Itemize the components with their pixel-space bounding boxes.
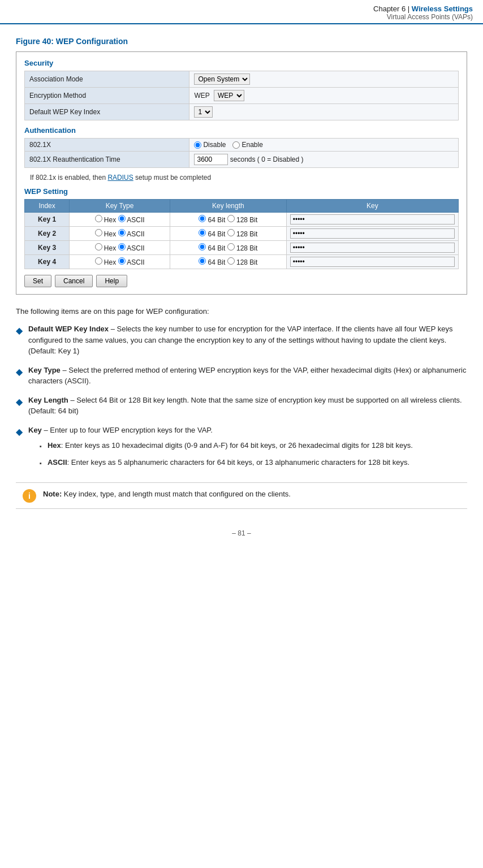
key4-ascii-radio[interactable] xyxy=(118,257,126,265)
key1-index: Key 1 xyxy=(25,213,70,227)
wep-config-box: Security Association Mode Open System En… xyxy=(16,51,467,295)
set-button[interactable]: Set xyxy=(24,275,51,287)
help-button[interactable]: Help xyxy=(96,275,127,287)
key1-hex-label[interactable]: Hex xyxy=(95,216,117,224)
security-section-label: Security xyxy=(24,59,459,67)
key4-ascii-label[interactable]: ASCII xyxy=(118,258,145,266)
key1-128bit-label[interactable]: 128 Bit xyxy=(227,216,258,224)
encryption-method-row: Encryption Method WEP WEP xyxy=(25,88,459,104)
key2-ascii-label[interactable]: ASCII xyxy=(118,230,145,238)
key4-length: 64 Bit 128 Bit xyxy=(170,255,286,269)
list-item-key: ◆ Key – Enter up to four WEP encryption … xyxy=(16,425,467,474)
key1-ascii-radio[interactable] xyxy=(118,215,126,222)
key2-128bit-radio[interactable] xyxy=(227,229,235,236)
key4-hex-label[interactable]: Hex xyxy=(95,258,117,266)
key2-hex-radio[interactable] xyxy=(95,229,102,236)
key3-hex-radio[interactable] xyxy=(95,243,102,251)
key1-input[interactable] xyxy=(290,214,455,224)
key1-128bit-radio[interactable] xyxy=(227,215,235,222)
sub-term-ascii: ASCII xyxy=(48,458,67,467)
auth-section: Authentication 802.1X Disable Enable xyxy=(24,126,459,182)
association-mode-select[interactable]: Open System xyxy=(194,74,250,85)
key2-input[interactable] xyxy=(290,228,455,239)
key3-type: Hex ASCII xyxy=(70,241,170,255)
key1-length: 64 Bit 128 Bit xyxy=(170,213,286,227)
bullet-diamond-icon: ◆ xyxy=(16,324,23,338)
sub-bullet-list: ▪ Hex: Enter keys as 10 hexadecimal digi… xyxy=(40,440,467,468)
key3-ascii-radio[interactable] xyxy=(118,243,126,251)
dash-key: – xyxy=(44,426,50,434)
reauth-time-input[interactable] xyxy=(194,154,228,165)
auth-section-label: Authentication xyxy=(24,126,459,135)
enable-radio[interactable] xyxy=(232,141,240,149)
reauth-time-suffix: seconds ( 0 = Disabled ) xyxy=(230,156,304,163)
key3-64bit-label[interactable]: 64 Bit xyxy=(199,244,225,252)
key2-hex-label[interactable]: Hex xyxy=(95,230,117,238)
term-key-length: Key Length xyxy=(28,396,68,404)
key4-input[interactable] xyxy=(290,257,455,267)
page-number: – 81 – xyxy=(0,520,483,542)
enable-radio-label[interactable]: Enable xyxy=(232,141,262,149)
list-item-key-length: ◆ Key Length – Select 64 Bit or 128 Bit … xyxy=(16,395,467,417)
sub-desc-hex: Enter keys as 10 hexadecimal digits (0-9… xyxy=(65,441,413,450)
key1-value xyxy=(286,213,458,227)
cancel-button[interactable]: Cancel xyxy=(55,275,93,287)
note-label: Note: xyxy=(43,490,62,498)
key3-hex-label[interactable]: Hex xyxy=(95,244,117,252)
key4-64bit-label[interactable]: 64 Bit xyxy=(199,258,225,266)
col-key: Key xyxy=(286,200,458,213)
key4-128bit-label[interactable]: 128 Bit xyxy=(227,258,258,266)
note-icon: i xyxy=(23,489,36,503)
header-separator: | xyxy=(406,5,412,13)
wep-key-index-select[interactable]: 1 2 3 4 xyxy=(194,106,213,118)
wep-key-index-row: Default WEP Key Index 1 2 3 4 xyxy=(25,104,459,120)
key3-128bit-label[interactable]: 128 Bit xyxy=(227,244,258,252)
encryption-method-select[interactable]: WEP xyxy=(214,90,244,101)
key1-ascii-label[interactable]: ASCII xyxy=(118,216,145,224)
sub-bullet-content-hex: Hex: Enter keys as 10 hexadecimal digits… xyxy=(48,440,467,451)
col-key-length: Key length xyxy=(170,200,286,213)
note-content: Key index, type, and length must match t… xyxy=(64,490,291,498)
dash-default-wep: – xyxy=(111,325,117,333)
sub-colon-ascii: : xyxy=(67,458,71,467)
key3-64bit-radio[interactable] xyxy=(199,243,206,251)
list-item-key-type: ◆ Key Type – Select the preferred method… xyxy=(16,365,467,387)
key2-64bit-radio[interactable] xyxy=(199,229,206,236)
bullet-diamond-icon: ◆ xyxy=(16,365,23,379)
page-sub-title: Virtual Access Points (VAPs) xyxy=(0,13,473,21)
key2-ascii-radio[interactable] xyxy=(118,229,126,236)
key1-hex-radio[interactable] xyxy=(95,215,102,222)
key3-128bit-radio[interactable] xyxy=(227,243,235,251)
key3-ascii-label[interactable]: ASCII xyxy=(118,244,145,252)
association-mode-row: Association Mode Open System xyxy=(25,71,459,88)
key4-64bit-radio[interactable] xyxy=(199,257,206,265)
key1-64bit-label[interactable]: 64 Bit xyxy=(199,216,225,224)
key2-128bit-label[interactable]: 128 Bit xyxy=(227,230,258,238)
wep-key-index-label: Default WEP Key Index xyxy=(25,104,189,120)
key2-value xyxy=(286,227,458,241)
key3-input[interactable] xyxy=(290,243,455,253)
disable-radio-label[interactable]: Disable xyxy=(194,141,226,149)
table-row: Key 3 Hex ASCII 64 Bit 128 Bit xyxy=(25,241,459,255)
security-table: Association Mode Open System Encryption … xyxy=(24,71,459,120)
key4-hex-radio[interactable] xyxy=(95,257,102,265)
table-row: Key 2 Hex ASCII 64 Bit 128 Bit xyxy=(25,227,459,241)
radius-link[interactable]: RADIUS xyxy=(107,174,133,182)
chapter-title: Wireless Settings xyxy=(412,5,473,13)
8021x-radio-group: Disable Enable xyxy=(194,141,454,149)
key4-value xyxy=(286,255,458,269)
bullet-list: ◆ Default WEP Key Index – Selects the ke… xyxy=(16,323,467,473)
list-item-default-wep: ◆ Default WEP Key Index – Selects the ke… xyxy=(16,323,467,357)
main-content: Figure 40: WEP Configuration Security As… xyxy=(0,27,483,520)
key2-type: Hex ASCII xyxy=(70,227,170,241)
key1-64bit-radio[interactable] xyxy=(199,215,206,222)
key4-128bit-radio[interactable] xyxy=(227,257,235,265)
wep-key-index-value: 1 2 3 4 xyxy=(189,104,459,120)
bullet-content-key: Key – Enter up to four WEP encryption ke… xyxy=(28,425,467,474)
reauth-time-label: 802.1X Reauthentication Time xyxy=(25,152,189,168)
key2-64bit-label[interactable]: 64 Bit xyxy=(199,230,225,238)
encryption-method-value: WEP WEP xyxy=(189,88,459,104)
disable-radio[interactable] xyxy=(194,141,201,149)
body-intro: The following items are on this page for… xyxy=(16,307,467,316)
note-text: Note: Key index, type, and length must m… xyxy=(43,489,460,500)
